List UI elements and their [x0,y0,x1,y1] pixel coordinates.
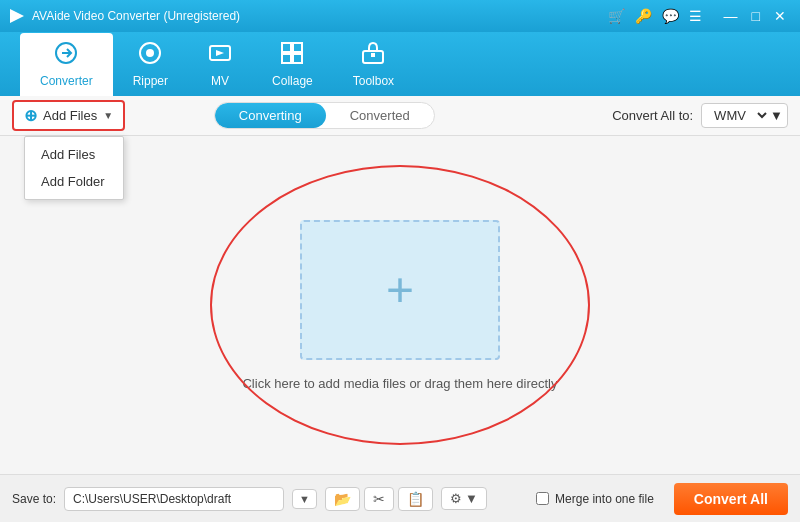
nav-mv[interactable]: MV [188,33,252,96]
nav-toolbox[interactable]: Toolbox [333,33,414,96]
settings-button[interactable]: ⚙ ▼ [441,487,487,510]
ripper-icon [138,41,162,70]
close-button[interactable]: ✕ [768,8,792,24]
convert-all-to-label: Convert All to: [612,108,693,123]
settings-arrow-icon: ▼ [465,491,478,506]
nav-converter-label: Converter [40,74,93,88]
app-title: AVAide Video Converter (Unregistered) [32,9,608,23]
add-files-button[interactable]: ⊕ Add Files ▼ [12,100,125,131]
dropdown-arrow-icon: ▼ [103,110,113,121]
svg-rect-8 [293,54,302,63]
merge-label: Merge into one file [555,492,654,506]
add-files-label: Add Files [43,108,97,123]
open-folder-button[interactable]: 📂 [325,487,360,511]
svg-point-3 [146,49,154,57]
svg-rect-6 [293,43,302,52]
toolbar: ⊕ Add Files ▼ Add Files Add Folder Conve… [0,96,800,136]
toolbox-icon [361,41,385,70]
minimize-button[interactable]: — [718,8,744,24]
converter-icon [54,41,78,70]
merge-checkbox[interactable] [536,492,549,505]
format-select[interactable]: WMV MP4 AVI MOV MKV [710,107,770,124]
drop-circle-decoration [210,165,590,445]
maximize-button[interactable]: □ [746,8,766,24]
svg-rect-7 [282,54,291,63]
plus-icon: ⊕ [24,106,37,125]
tab-group: Converting Converted [214,102,435,129]
nav-collage-label: Collage [272,74,313,88]
add-files-dropdown: Add Files Add Folder [24,136,124,200]
nav-ripper-label: Ripper [133,74,168,88]
settings-gear-icon: ⚙ [450,491,462,506]
svg-rect-10 [371,53,375,57]
svg-rect-5 [282,43,291,52]
app-logo-icon [8,7,26,25]
save-path-display: C:\Users\USER\Desktop\draft [64,487,284,511]
key-icon[interactable]: 🔑 [635,8,652,24]
convert-all-to-group: Convert All to: WMV MP4 AVI MOV MKV ▼ [612,103,788,128]
menu-item-add-files[interactable]: Add Files [25,141,123,168]
chat-icon[interactable]: 💬 [662,8,679,24]
tab-converted[interactable]: Converted [326,103,434,128]
nav-collage[interactable]: Collage [252,33,333,96]
nav-toolbox-label: Toolbox [353,74,394,88]
nav-mv-label: MV [211,74,229,88]
tab-converting[interactable]: Converting [215,103,326,128]
nav-converter[interactable]: Converter [20,33,113,96]
merge-checkbox-group: Merge into one file [536,492,654,506]
mv-icon [208,41,232,70]
title-bar-icons: 🛒 🔑 💬 ☰ [608,8,702,24]
copy-button[interactable]: 📋 [398,487,433,511]
svg-marker-0 [10,9,24,23]
format-dropdown-arrow-icon: ▼ [770,108,783,123]
nav-ripper[interactable]: Ripper [113,33,188,96]
menu-item-add-folder[interactable]: Add Folder [25,168,123,195]
footer-action-icons: 📂 ✂ 📋 [325,487,433,511]
cut-button[interactable]: ✂ [364,487,394,511]
format-select-wrapper[interactable]: WMV MP4 AVI MOV MKV ▼ [701,103,788,128]
collage-icon [280,41,304,70]
title-bar: AVAide Video Converter (Unregistered) 🛒 … [0,0,800,32]
nav-bar: Converter Ripper MV Collag [0,32,800,96]
browse-folder-button[interactable]: ▼ [292,489,317,509]
menu-icon[interactable]: ☰ [689,8,702,24]
save-to-label: Save to: [12,492,56,506]
cart-icon[interactable]: 🛒 [608,8,625,24]
window-controls: — □ ✕ [718,8,792,24]
footer: Save to: C:\Users\USER\Desktop\draft ▼ 📂… [0,474,800,522]
convert-all-button[interactable]: Convert All [674,483,788,515]
